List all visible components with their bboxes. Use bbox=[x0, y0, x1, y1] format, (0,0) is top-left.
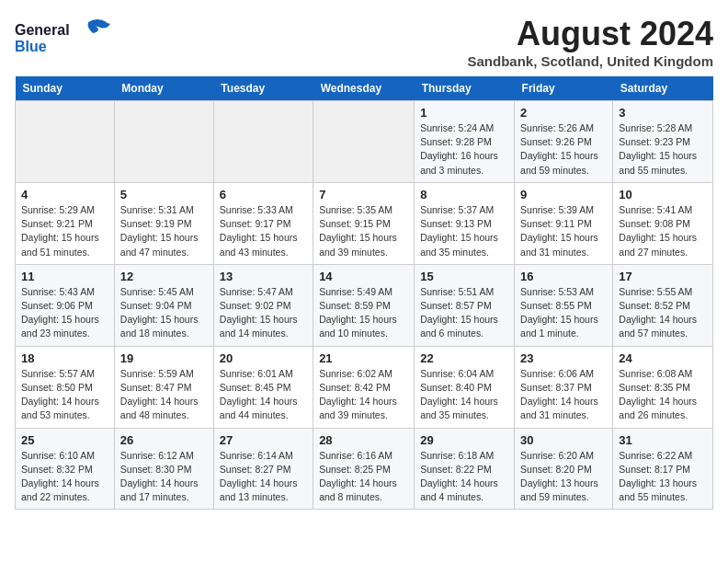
calendar-week-4: 18Sunrise: 5:57 AM Sunset: 8:50 PM Dayli… bbox=[16, 346, 713, 428]
day-number: 29 bbox=[420, 433, 508, 447]
calendar-cell bbox=[313, 101, 415, 183]
calendar-cell: 31Sunrise: 6:22 AM Sunset: 8:17 PM Dayli… bbox=[613, 428, 713, 510]
calendar-cell: 30Sunrise: 6:20 AM Sunset: 8:20 PM Dayli… bbox=[515, 428, 613, 510]
page-header: General Blue August 2024 Sandbank, Scotl… bbox=[15, 15, 713, 69]
calendar-cell: 10Sunrise: 5:41 AM Sunset: 9:08 PM Dayli… bbox=[613, 182, 713, 264]
calendar-cell: 5Sunrise: 5:31 AM Sunset: 9:19 PM Daylig… bbox=[114, 182, 213, 264]
calendar-cell bbox=[16, 101, 115, 183]
calendar-cell: 4Sunrise: 5:29 AM Sunset: 9:21 PM Daylig… bbox=[16, 182, 115, 264]
day-number: 26 bbox=[120, 433, 208, 447]
calendar-cell: 8Sunrise: 5:37 AM Sunset: 9:13 PM Daylig… bbox=[415, 182, 515, 264]
calendar-cell: 6Sunrise: 5:33 AM Sunset: 9:17 PM Daylig… bbox=[213, 182, 313, 264]
calendar-week-3: 11Sunrise: 5:43 AM Sunset: 9:06 PM Dayli… bbox=[16, 264, 713, 346]
calendar-week-2: 4Sunrise: 5:29 AM Sunset: 9:21 PM Daylig… bbox=[16, 182, 713, 264]
svg-text:General: General bbox=[15, 22, 70, 38]
day-detail: Sunrise: 6:06 AM Sunset: 8:37 PM Dayligh… bbox=[520, 367, 607, 423]
day-detail: Sunrise: 6:10 AM Sunset: 8:32 PM Dayligh… bbox=[21, 449, 108, 505]
day-number: 15 bbox=[420, 270, 508, 283]
calendar-cell: 19Sunrise: 5:59 AM Sunset: 8:47 PM Dayli… bbox=[114, 346, 213, 428]
weekday-header-friday: Friday bbox=[515, 76, 613, 101]
day-detail: Sunrise: 5:47 AM Sunset: 9:02 PM Dayligh… bbox=[220, 285, 307, 341]
calendar-cell: 18Sunrise: 5:57 AM Sunset: 8:50 PM Dayli… bbox=[16, 346, 115, 428]
calendar-cell: 11Sunrise: 5:43 AM Sunset: 9:06 PM Dayli… bbox=[16, 264, 115, 346]
day-detail: Sunrise: 5:55 AM Sunset: 8:52 PM Dayligh… bbox=[619, 285, 707, 341]
day-detail: Sunrise: 5:33 AM Sunset: 9:17 PM Dayligh… bbox=[220, 203, 307, 259]
day-number: 22 bbox=[420, 351, 508, 365]
weekday-header-wednesday: Wednesday bbox=[313, 76, 415, 101]
calendar-cell: 2Sunrise: 5:26 AM Sunset: 9:26 PM Daylig… bbox=[515, 101, 613, 183]
day-detail: Sunrise: 6:01 AM Sunset: 8:45 PM Dayligh… bbox=[220, 367, 307, 423]
logo: General Blue bbox=[15, 15, 116, 63]
day-number: 28 bbox=[319, 433, 408, 447]
day-number: 16 bbox=[520, 270, 607, 283]
day-detail: Sunrise: 5:59 AM Sunset: 8:47 PM Dayligh… bbox=[120, 367, 208, 423]
day-detail: Sunrise: 5:24 AM Sunset: 9:28 PM Dayligh… bbox=[420, 121, 508, 178]
calendar-header: SundayMondayTuesdayWednesdayThursdayFrid… bbox=[16, 76, 713, 101]
day-detail: Sunrise: 5:41 AM Sunset: 9:08 PM Dayligh… bbox=[619, 203, 707, 259]
calendar-cell: 17Sunrise: 5:55 AM Sunset: 8:52 PM Dayli… bbox=[613, 264, 713, 346]
day-number: 20 bbox=[220, 351, 307, 365]
day-number: 1 bbox=[420, 106, 508, 120]
calendar-cell: 28Sunrise: 6:16 AM Sunset: 8:25 PM Dayli… bbox=[313, 428, 415, 510]
day-detail: Sunrise: 5:57 AM Sunset: 8:50 PM Dayligh… bbox=[21, 367, 108, 423]
calendar-cell: 25Sunrise: 6:10 AM Sunset: 8:32 PM Dayli… bbox=[16, 428, 115, 510]
day-number: 24 bbox=[619, 351, 707, 365]
day-detail: Sunrise: 6:20 AM Sunset: 8:20 PM Dayligh… bbox=[520, 449, 607, 505]
svg-text:Blue: Blue bbox=[15, 39, 47, 54]
weekday-header-saturday: Saturday bbox=[613, 76, 713, 101]
day-number: 10 bbox=[619, 188, 707, 201]
day-number: 7 bbox=[319, 188, 408, 201]
calendar-cell: 3Sunrise: 5:28 AM Sunset: 9:23 PM Daylig… bbox=[613, 101, 713, 183]
day-detail: Sunrise: 5:45 AM Sunset: 9:04 PM Dayligh… bbox=[120, 285, 208, 341]
calendar-cell: 15Sunrise: 5:51 AM Sunset: 8:57 PM Dayli… bbox=[415, 264, 515, 346]
day-number: 21 bbox=[319, 351, 408, 365]
day-number: 4 bbox=[21, 188, 108, 201]
calendar-cell: 21Sunrise: 6:02 AM Sunset: 8:42 PM Dayli… bbox=[313, 346, 415, 428]
day-number: 8 bbox=[420, 188, 508, 201]
day-detail: Sunrise: 6:18 AM Sunset: 8:22 PM Dayligh… bbox=[420, 449, 508, 505]
calendar-cell: 1Sunrise: 5:24 AM Sunset: 9:28 PM Daylig… bbox=[415, 101, 515, 183]
calendar-cell bbox=[114, 101, 213, 183]
calendar-cell: 20Sunrise: 6:01 AM Sunset: 8:45 PM Dayli… bbox=[213, 346, 313, 428]
day-number: 30 bbox=[520, 433, 607, 447]
weekday-header-monday: Monday bbox=[114, 76, 213, 101]
calendar-cell: 9Sunrise: 5:39 AM Sunset: 9:11 PM Daylig… bbox=[515, 182, 613, 264]
day-number: 31 bbox=[619, 433, 707, 447]
calendar-cell: 23Sunrise: 6:06 AM Sunset: 8:37 PM Dayli… bbox=[515, 346, 613, 428]
calendar-cell: 24Sunrise: 6:08 AM Sunset: 8:35 PM Dayli… bbox=[613, 346, 713, 428]
day-number: 17 bbox=[619, 270, 707, 283]
calendar-cell: 13Sunrise: 5:47 AM Sunset: 9:02 PM Dayli… bbox=[213, 264, 313, 346]
day-detail: Sunrise: 6:16 AM Sunset: 8:25 PM Dayligh… bbox=[319, 449, 408, 505]
calendar-cell: 29Sunrise: 6:18 AM Sunset: 8:22 PM Dayli… bbox=[415, 428, 515, 510]
day-detail: Sunrise: 5:28 AM Sunset: 9:23 PM Dayligh… bbox=[619, 121, 707, 178]
day-number: 18 bbox=[21, 351, 108, 365]
calendar-cell: 22Sunrise: 6:04 AM Sunset: 8:40 PM Dayli… bbox=[415, 346, 515, 428]
day-number: 9 bbox=[520, 188, 607, 201]
weekday-header-tuesday: Tuesday bbox=[213, 76, 313, 101]
day-number: 3 bbox=[619, 106, 707, 120]
calendar-table: SundayMondayTuesdayWednesdayThursdayFrid… bbox=[15, 76, 713, 510]
calendar-cell: 16Sunrise: 5:53 AM Sunset: 8:55 PM Dayli… bbox=[515, 264, 613, 346]
day-number: 12 bbox=[120, 270, 208, 283]
calendar-cell: 27Sunrise: 6:14 AM Sunset: 8:27 PM Dayli… bbox=[213, 428, 313, 510]
day-detail: Sunrise: 6:12 AM Sunset: 8:30 PM Dayligh… bbox=[120, 449, 208, 505]
day-detail: Sunrise: 5:51 AM Sunset: 8:57 PM Dayligh… bbox=[420, 285, 508, 341]
day-detail: Sunrise: 6:08 AM Sunset: 8:35 PM Dayligh… bbox=[619, 367, 707, 423]
day-detail: Sunrise: 5:26 AM Sunset: 9:26 PM Dayligh… bbox=[520, 121, 607, 178]
day-detail: Sunrise: 5:29 AM Sunset: 9:21 PM Dayligh… bbox=[21, 203, 108, 259]
day-detail: Sunrise: 5:39 AM Sunset: 9:11 PM Dayligh… bbox=[520, 203, 607, 259]
day-detail: Sunrise: 6:22 AM Sunset: 8:17 PM Dayligh… bbox=[619, 449, 707, 505]
logo-text: General Blue bbox=[15, 15, 116, 63]
day-detail: Sunrise: 5:53 AM Sunset: 8:55 PM Dayligh… bbox=[520, 285, 607, 341]
day-detail: Sunrise: 5:31 AM Sunset: 9:19 PM Dayligh… bbox=[120, 203, 208, 259]
calendar-week-1: 1Sunrise: 5:24 AM Sunset: 9:28 PM Daylig… bbox=[16, 101, 713, 183]
location: Sandbank, Scotland, United Kingdom bbox=[467, 53, 713, 69]
day-number: 2 bbox=[520, 106, 607, 120]
day-number: 19 bbox=[120, 351, 208, 365]
day-number: 25 bbox=[21, 433, 108, 447]
calendar-cell: 12Sunrise: 5:45 AM Sunset: 9:04 PM Dayli… bbox=[114, 264, 213, 346]
day-number: 23 bbox=[520, 351, 607, 365]
day-number: 14 bbox=[319, 270, 408, 283]
calendar-cell: 7Sunrise: 5:35 AM Sunset: 9:15 PM Daylig… bbox=[313, 182, 415, 264]
title-block: August 2024 Sandbank, Scotland, United K… bbox=[467, 15, 713, 69]
